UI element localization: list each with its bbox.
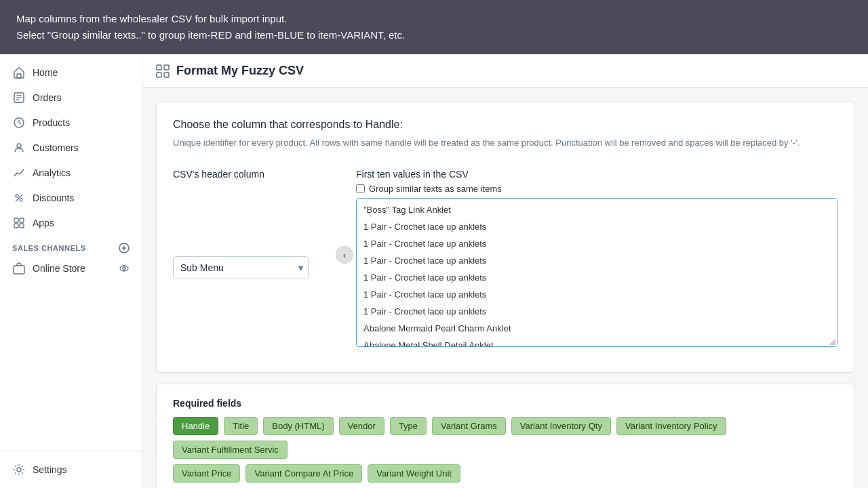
first-ten-label: First ten values in the CSV <box>356 163 837 180</box>
orders-icon <box>12 91 26 104</box>
products-icon <box>12 116 26 129</box>
svg-line-9 <box>16 195 22 201</box>
required-field-badge[interactable]: Variant Price <box>173 464 240 483</box>
svg-point-8 <box>20 199 22 201</box>
svg-point-19 <box>123 267 125 270</box>
required-field-badge[interactable]: Variant Inventory Policy <box>616 417 726 435</box>
sidebar-item-orders[interactable]: Orders <box>4 85 138 110</box>
svg-rect-12 <box>14 224 18 228</box>
sidebar-item-label: Customers <box>33 142 79 153</box>
required-field-badge[interactable]: Variant Fulfillment Servic <box>173 441 288 459</box>
group-similar-checkbox[interactable] <box>356 184 365 193</box>
svg-point-7 <box>16 195 18 197</box>
csv-header-column: CSV's header column Sub MenuTitleHandleB… <box>173 163 342 356</box>
group-similar-label[interactable]: Group similar texts as same items <box>369 184 502 194</box>
list-item[interactable]: "Boss" Tag Link Anklet <box>357 201 837 218</box>
sidebar-item-discounts[interactable]: Discounts <box>4 186 138 210</box>
required-field-badge[interactable]: Vendor <box>339 417 384 435</box>
online-store-label: Online Store <box>33 263 85 274</box>
sub-menu-select-wrapper[interactable]: Sub MenuTitleHandleBody (HTML)VendorType <box>173 256 309 279</box>
apps-icon <box>12 216 26 230</box>
sidebar-item-analytics[interactable]: Analytics <box>4 161 138 185</box>
handle-description: Unique identifier for every product. All… <box>173 136 837 150</box>
sidebar-item-label: Discounts <box>33 192 74 203</box>
sidebar-item-label: Products <box>33 117 70 128</box>
list-item[interactable]: 1 Pair - Crochet lace up anklets <box>357 235 837 252</box>
page-title: Format My Fuzzy CSV <box>176 64 304 78</box>
svg-rect-10 <box>14 218 18 222</box>
sales-channels-section: SALES CHANNELS <box>0 236 142 256</box>
sales-channels-title: SALES CHANNELS <box>12 244 86 252</box>
settings-label: Settings <box>33 464 67 475</box>
banner-line2: Select "Group similar texts.." to group … <box>16 27 852 43</box>
svg-point-20 <box>17 468 21 472</box>
required-field-badge[interactable]: Type <box>390 417 427 435</box>
csv-values-list[interactable]: "Boss" Tag Link Anklet1 Pair - Crochet l… <box>356 198 837 347</box>
sidebar-item-products[interactable]: Products <box>4 110 138 135</box>
csv-values-panel: ‹ First ten values in the CSV Group simi… <box>356 163 837 347</box>
prev-column-arrow[interactable]: ‹ <box>336 246 353 264</box>
csv-header-label: CSV's header column <box>173 163 342 180</box>
required-field-badge[interactable]: Variant Inventory Qty <box>511 417 611 435</box>
svg-point-6 <box>17 144 21 148</box>
svg-rect-21 <box>157 65 161 70</box>
discounts-icon <box>12 191 26 205</box>
sidebar-item-label: Home <box>33 67 58 78</box>
handle-heading: Choose the column that corresponds to Ha… <box>173 119 837 131</box>
required-field-badge[interactable]: Body (HTML) <box>263 417 333 435</box>
sidebar-item-customers[interactable]: Customers <box>4 136 138 160</box>
sidebar-item-home[interactable]: Home <box>4 60 138 85</box>
page-header: Format My Fuzzy CSV <box>142 54 868 88</box>
required-fields-section: Required fields HandleTitleBody (HTML)Ve… <box>156 384 854 489</box>
svg-rect-13 <box>20 224 24 228</box>
sidebar-item-label: Analytics <box>33 167 71 178</box>
sidebar-item-settings[interactable]: Settings <box>4 458 138 482</box>
sidebar-channel-online-store[interactable]: Online Store <box>4 257 138 280</box>
top-banner: Map columns from the wholesaler CSV for … <box>0 0 868 54</box>
required-field-badge[interactable]: Variant Grams <box>432 417 506 435</box>
required-field-badge[interactable]: Title <box>224 417 258 435</box>
visibility-icon[interactable] <box>119 263 130 274</box>
list-item[interactable]: Abalone Mermaid Pearl Charm Anklet <box>357 320 837 337</box>
list-item[interactable]: 1 Pair - Crochet lace up anklets <box>357 286 837 303</box>
required-fields-title: Required fields <box>173 398 837 409</box>
online-store-icon <box>12 262 26 275</box>
svg-rect-24 <box>164 73 169 77</box>
settings-icon <box>12 463 26 476</box>
list-item[interactable]: 1 Pair - Crochet lace up anklets <box>357 252 837 269</box>
list-item[interactable]: Abalone Metal Shell Detail Anklet <box>357 337 837 347</box>
analytics-icon <box>12 166 26 180</box>
svg-rect-11 <box>20 218 24 222</box>
sidebar-item-label: Apps <box>33 218 54 228</box>
required-field-badge[interactable]: Variant Compare At Price <box>245 464 362 483</box>
required-field-badge[interactable]: Handle <box>173 417 218 435</box>
svg-rect-0 <box>17 74 21 78</box>
home-icon <box>12 66 26 79</box>
banner-line1: Map columns from the wholesaler CSV for … <box>16 11 852 27</box>
svg-rect-22 <box>164 65 169 70</box>
required-fields-row1: HandleTitleBody (HTML)VendorTypeVariant … <box>173 417 837 459</box>
handle-mapping-card: Choose the column that corresponds to Ha… <box>156 102 854 373</box>
svg-point-18 <box>120 266 128 271</box>
mapping-columns: CSV's header column Sub MenuTitleHandleB… <box>173 163 837 356</box>
sidebar: HomeOrdersProductsCustomersAnalyticsDisc… <box>0 54 142 488</box>
list-item[interactable]: 1 Pair - Crochet lace up anklets <box>357 303 837 320</box>
svg-rect-17 <box>14 266 24 274</box>
svg-rect-23 <box>157 73 161 77</box>
add-channel-icon[interactable] <box>119 243 130 253</box>
required-field-badge[interactable]: Variant Weight Unit <box>368 464 460 483</box>
group-similar-row: Group similar texts as same items <box>356 184 837 194</box>
sidebar-item-apps[interactable]: Apps <box>4 211 138 235</box>
sidebar-item-label: Orders <box>33 92 62 103</box>
required-fields-row2: Variant PriceVariant Compare At PriceVar… <box>173 464 837 483</box>
main-content: Format My Fuzzy CSV Choose the column th… <box>142 54 868 488</box>
sub-menu-select[interactable]: Sub MenuTitleHandleBody (HTML)VendorType <box>173 256 309 279</box>
list-item[interactable]: 1 Pair - Crochet lace up anklets <box>357 269 837 286</box>
customers-icon <box>12 141 26 155</box>
format-csv-icon <box>156 64 170 78</box>
list-item[interactable]: 1 Pair - Crochet lace up anklets <box>357 218 837 235</box>
